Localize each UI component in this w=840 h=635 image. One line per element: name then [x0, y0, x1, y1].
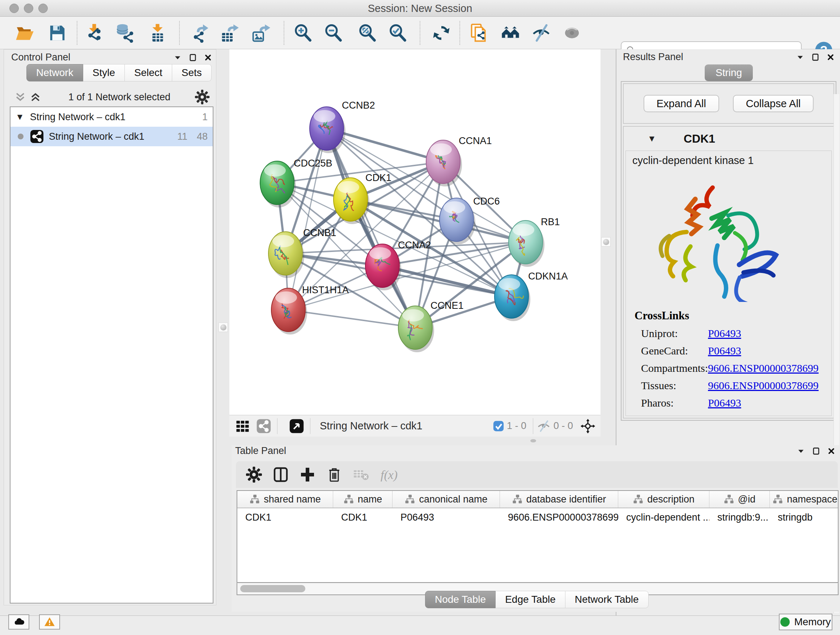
horizontal-splitter-handle[interactable] [531, 439, 536, 442]
tab-node-table[interactable]: Node Table [425, 591, 496, 608]
table-cell[interactable]: CDK1 [237, 512, 333, 523]
memory-button[interactable]: Memory [779, 614, 832, 630]
tab-network-table[interactable]: Network Table [565, 591, 649, 608]
overview-icon[interactable] [501, 23, 520, 43]
show-columns-icon[interactable] [272, 466, 289, 483]
zoom-selected-icon[interactable] [388, 23, 408, 43]
minimize-window-button[interactable] [24, 4, 33, 13]
delete-column-icon[interactable] [325, 466, 343, 483]
column-header-description[interactable]: description [618, 491, 709, 508]
table-cell[interactable]: CDK1 [333, 512, 393, 523]
float-panel-icon[interactable] [811, 53, 820, 62]
network-node-rb1[interactable]: RB1 [508, 217, 560, 267]
export-table-icon[interactable] [219, 23, 239, 43]
float-panel-icon[interactable] [188, 53, 197, 62]
close-panel-icon[interactable] [204, 53, 212, 62]
network-node-cdc25b[interactable]: CDC25B [260, 158, 332, 207]
tab-select[interactable]: Select [125, 64, 172, 81]
table-cell[interactable]: P06493 [393, 512, 500, 523]
import-table-icon[interactable] [148, 23, 167, 43]
tab-string[interactable]: String [705, 65, 753, 81]
node-table[interactable]: shared namenamecanonical namedatabase id… [237, 490, 838, 583]
column-header-namespace[interactable]: namespace [770, 491, 838, 508]
network-edge[interactable] [288, 128, 327, 310]
zoom-fit-icon[interactable] [358, 23, 377, 43]
table-options-gear-icon[interactable] [245, 466, 263, 483]
table-cell[interactable]: stringdb:9... [709, 512, 770, 523]
share-document-icon[interactable] [470, 23, 489, 43]
cloud-status-button[interactable] [8, 614, 29, 630]
panel-menu-icon[interactable] [796, 53, 805, 62]
column-header-@id[interactable]: @id [709, 491, 770, 508]
add-column-icon[interactable] [299, 466, 316, 483]
collapse-all-button[interactable]: Collapse All [733, 95, 814, 112]
import-network-icon[interactable] [85, 23, 104, 43]
warning-status-button[interactable] [39, 614, 60, 630]
network-node-cdk1[interactable]: CDK1 [333, 172, 392, 224]
network-node-ccnb2[interactable]: CCNB2 [309, 100, 375, 153]
expand-all-networks-icon[interactable] [29, 91, 42, 103]
float-panel-icon[interactable] [812, 447, 821, 455]
tab-sets[interactable]: Sets [172, 64, 212, 81]
left-splitter-handle[interactable] [218, 323, 228, 332]
tab-edge-table[interactable]: Edge Table [496, 591, 565, 608]
network-canvas[interactable]: CCNB2CCNA1CDC25BCDK1CDC6RB1CCNB1CCNA2CDK… [229, 49, 600, 415]
close-window-button[interactable] [9, 4, 19, 13]
crosslink-link[interactable]: P06493 [708, 327, 741, 340]
panel-menu-icon[interactable] [173, 53, 182, 62]
node-label: CCNB1 [303, 227, 336, 238]
crosslink-link[interactable]: 9606.ENSP00000378699 [708, 362, 819, 374]
close-panel-icon[interactable] [826, 53, 835, 62]
network-collection-row[interactable]: ▼ String Network – cdk1 1 [11, 107, 213, 127]
network-row[interactable]: String Network – cdk1 11 48 [11, 127, 213, 146]
panel-menu-icon[interactable] [797, 447, 805, 455]
close-panel-icon[interactable] [827, 447, 836, 455]
network-edge[interactable] [288, 310, 415, 328]
collection-expander-icon[interactable]: ▼ [16, 112, 24, 122]
column-header-name[interactable]: name [333, 491, 393, 508]
import-database-icon[interactable] [115, 23, 134, 43]
export-network-icon[interactable] [189, 23, 209, 43]
network-node-ccne1[interactable]: CCNE1 [398, 300, 464, 352]
zoom-out-icon[interactable] [324, 23, 343, 43]
entry-expander-icon[interactable]: ▼ [647, 134, 656, 144]
column-header-canonical-name[interactable]: canonical name [393, 491, 500, 508]
network-node-hist1h1a[interactable]: HIST1H1A [271, 285, 349, 334]
network-node-cdc6[interactable]: CDC6 [439, 196, 500, 244]
birds-eye-view-icon[interactable] [235, 418, 250, 434]
column-header-database-identifier[interactable]: database identifier [500, 491, 618, 508]
tab-style[interactable]: Style [83, 64, 125, 81]
hide-items-icon[interactable] [531, 23, 551, 43]
table-panel-title: Table Panel [235, 445, 286, 456]
crosslink-link[interactable]: P06493 [708, 397, 741, 409]
network-node-cdkn1a[interactable]: CDKN1A [494, 271, 568, 321]
open-session-icon[interactable] [15, 23, 34, 43]
scrollbar-thumb[interactable] [240, 585, 305, 592]
zoom-window-button[interactable] [38, 4, 48, 13]
crosslink-link[interactable]: P06493 [708, 345, 741, 357]
open-in-window-icon[interactable] [289, 418, 304, 434]
table-row[interactable]: CDK1CDK1P064939606.ENSP00000378699cyclin… [237, 508, 838, 526]
export-image-icon[interactable] [251, 23, 270, 43]
zoom-in-icon[interactable] [294, 23, 313, 43]
network-options-gear-icon[interactable] [194, 89, 210, 105]
network-node-ccna2[interactable]: CCNA2 [365, 240, 431, 290]
show-details-icon[interactable] [562, 23, 582, 43]
column-header-shared-name[interactable]: shared name [237, 491, 333, 508]
string-view-icon[interactable] [256, 418, 271, 434]
table-cell[interactable]: cyclin-dependent ... [618, 512, 709, 523]
tab-network[interactable]: Network [27, 64, 83, 81]
table-cell[interactable]: 9606.ENSP00000378699 [500, 512, 618, 523]
network-node-ccna1[interactable]: CCNA1 [426, 135, 492, 187]
fit-content-crosshair-icon[interactable] [580, 418, 595, 434]
table-cell[interactable]: stringdb [770, 512, 838, 523]
expand-all-button[interactable]: Expand All [644, 95, 719, 112]
save-session-icon[interactable] [47, 23, 67, 43]
right-splitter-handle[interactable] [601, 237, 611, 247]
crosslink-link[interactable]: 9606.ENSP00000378699 [708, 379, 819, 392]
refresh-icon[interactable] [431, 23, 451, 43]
collapse-all-networks-icon[interactable] [14, 91, 27, 103]
network-node-ccnb1[interactable]: CCNB1 [268, 227, 336, 278]
selected-nodes-checkbox[interactable] [493, 420, 505, 432]
network-graph[interactable]: CCNB2CCNA1CDC25BCDK1CDC6RB1CCNB1CCNA2CDK… [229, 49, 600, 415]
